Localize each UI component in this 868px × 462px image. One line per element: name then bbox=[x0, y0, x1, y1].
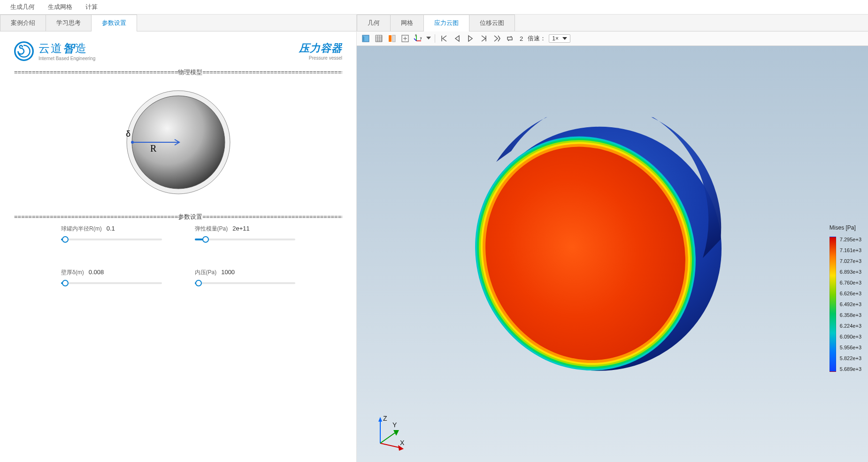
slider-pressure[interactable] bbox=[195, 282, 296, 284]
first-frame-icon[interactable] bbox=[439, 33, 449, 44]
axis-triad-icon: Z X Y bbox=[371, 415, 413, 453]
visualization-canvas[interactable]: Mises [Pa] 7.295e+3 7.161e+3 7.027e+3 6.… bbox=[357, 46, 868, 462]
param-thickness-value: 0.008 bbox=[89, 269, 104, 276]
left-content: 云道智造 Internet Based Engineering 压力容器 Pre… bbox=[0, 31, 356, 462]
svg-rect-8 bbox=[389, 35, 392, 42]
left-tab-bar: 案例介绍 学习思考 参数设置 bbox=[0, 15, 356, 31]
param-pressure: 内压(Pa) 1000 bbox=[195, 269, 296, 284]
param-pressure-label: 内压(Pa) bbox=[195, 269, 217, 277]
brand-en: Internet Based Engineering bbox=[38, 56, 95, 61]
color-legend: Mises [Pa] 7.295e+3 7.161e+3 7.027e+3 6.… bbox=[830, 224, 861, 372]
svg-marker-16 bbox=[426, 37, 431, 39]
prev-frame-icon[interactable] bbox=[452, 33, 462, 44]
brand-row: 云道智造 Internet Based Engineering 压力容器 Pre… bbox=[14, 41, 342, 61]
frame-number: 2 bbox=[520, 35, 523, 42]
param-emodulus: 弹性模量(Pa) 2e+11 bbox=[195, 225, 296, 240]
tab-geom[interactable]: 几何 bbox=[357, 15, 391, 31]
tab-param-settings[interactable]: 参数设置 bbox=[91, 15, 137, 31]
param-emodulus-value: 2e+11 bbox=[232, 225, 250, 232]
dropdown-arrow-icon[interactable] bbox=[426, 37, 431, 40]
right-pane: 几何 网格 应力云图 位移云图 zy bbox=[357, 15, 868, 462]
brand-cn: 云道智造 bbox=[38, 41, 95, 56]
param-pressure-value: 1000 bbox=[221, 269, 235, 276]
svg-text:R: R bbox=[150, 143, 157, 154]
stress-hemisphere bbox=[468, 117, 731, 380]
param-radius: 球罐内半径R(m) 0.1 bbox=[61, 225, 162, 240]
legend-colorbar bbox=[830, 237, 836, 372]
loop-icon[interactable] bbox=[505, 33, 515, 44]
speed-label: 倍速： bbox=[528, 34, 546, 43]
param-emodulus-label: 弹性模量(Pa) bbox=[195, 225, 228, 233]
svg-line-32 bbox=[380, 432, 396, 443]
section-divider-params: ========================================… bbox=[14, 213, 342, 221]
svg-text:Z: Z bbox=[383, 415, 387, 422]
legend-title: Mises [Pa] bbox=[830, 224, 861, 231]
right-tab-bar: 几何 网格 应力云图 位移云图 bbox=[357, 15, 868, 31]
slider-emodulus[interactable] bbox=[195, 239, 296, 240]
legend-config-icon[interactable] bbox=[387, 33, 397, 44]
tab-study[interactable]: 学习思考 bbox=[46, 15, 92, 31]
slider-radius[interactable] bbox=[61, 239, 162, 240]
product-title-en: Pressure vessel bbox=[299, 55, 342, 61]
play-icon[interactable] bbox=[465, 33, 476, 44]
svg-rect-9 bbox=[392, 35, 395, 42]
top-menu: 生成几何 生成网格 计算 bbox=[0, 0, 868, 15]
left-pane: 案例介绍 学习思考 参数设置 云道智造 I bbox=[0, 15, 357, 462]
svg-text:Y: Y bbox=[392, 421, 397, 429]
speed-select[interactable]: 1× bbox=[549, 34, 570, 43]
axis-orient-icon[interactable]: zy bbox=[413, 33, 423, 44]
params-block: 球罐内半径R(m) 0.1 弹性模量(Pa) 2e+11 bbox=[14, 225, 342, 284]
svg-text:X: X bbox=[400, 439, 405, 447]
svg-marker-17 bbox=[562, 37, 567, 40]
menu-gen-mesh[interactable]: 生成网格 bbox=[46, 2, 74, 12]
box-view-icon[interactable] bbox=[361, 33, 371, 44]
last-frame-icon[interactable] bbox=[492, 33, 502, 44]
viz-toolbar: zy bbox=[357, 31, 868, 46]
tab-case-intro[interactable]: 案例介绍 bbox=[0, 15, 46, 31]
svg-point-5 bbox=[131, 141, 134, 144]
tab-mesh[interactable]: 网格 bbox=[390, 15, 424, 31]
product-title-cn: 压力容器 bbox=[299, 41, 342, 55]
param-radius-label: 球罐内半径R(m) bbox=[61, 225, 102, 233]
slider-thickness[interactable] bbox=[61, 282, 162, 284]
svg-marker-27 bbox=[378, 417, 382, 422]
svg-text:δ: δ bbox=[126, 129, 131, 139]
chevron-down-icon bbox=[562, 37, 567, 40]
svg-point-25 bbox=[468, 117, 717, 380]
param-radius-value: 0.1 bbox=[107, 225, 115, 232]
menu-gen-geom[interactable]: 生成几何 bbox=[8, 2, 37, 12]
next-frame-icon[interactable] bbox=[478, 33, 489, 44]
legend-ticks: 7.295e+3 7.161e+3 7.027e+3 6.893e+3 6.76… bbox=[840, 237, 861, 372]
section-divider-model: ========================================… bbox=[14, 68, 342, 77]
tab-disp[interactable]: 位移云图 bbox=[469, 15, 515, 31]
model-diagram: δ R bbox=[14, 86, 342, 199]
svg-line-29 bbox=[380, 443, 401, 448]
grid-icon[interactable] bbox=[374, 33, 384, 44]
company-logo-icon bbox=[14, 41, 34, 61]
param-thickness: 壁厚δ(m) 0.008 bbox=[61, 269, 162, 284]
svg-text:z: z bbox=[415, 34, 417, 37]
tab-stress[interactable]: 应力云图 bbox=[423, 15, 469, 31]
param-thickness-label: 壁厚δ(m) bbox=[61, 269, 84, 277]
menu-compute[interactable]: 计算 bbox=[84, 2, 100, 12]
svg-text:y: y bbox=[420, 36, 422, 40]
fit-view-icon[interactable] bbox=[400, 33, 410, 44]
